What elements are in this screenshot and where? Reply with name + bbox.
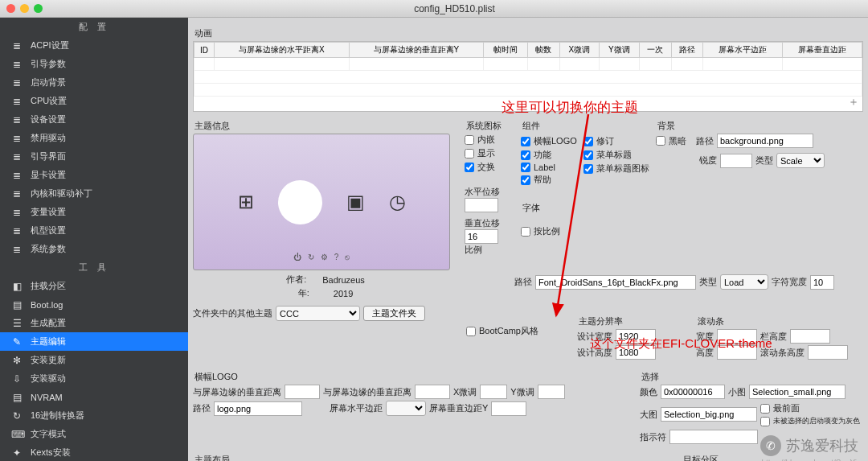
select-color-input[interactable] <box>661 385 725 399</box>
svg-line-0 <box>556 114 588 315</box>
swap-checkbox[interactable] <box>465 163 474 172</box>
col-header[interactable]: 路径 <box>671 43 703 58</box>
sidebar-item-label: 系统参数 <box>31 243 66 255</box>
banner-path-input[interactable] <box>214 401 302 416</box>
gray-checkbox[interactable] <box>760 417 770 426</box>
sidebar-item-8[interactable]: ⌨文字模式 <box>0 425 188 443</box>
banner-hmargin-select[interactable] <box>386 401 426 416</box>
scroll-bar-input[interactable] <box>790 329 830 344</box>
sidebar-icon: ≣ <box>11 59 23 70</box>
sidebar-item-7[interactable]: ≣显卡设置 <box>0 166 188 184</box>
sidebar-item-6[interactable]: ▤NVRAM <box>0 388 188 406</box>
sidebar-icon: ≣ <box>11 188 23 200</box>
col-header[interactable]: X微调 <box>559 43 600 58</box>
sidebar-icon: ▤ <box>11 299 23 311</box>
help-checkbox[interactable] <box>521 175 530 185</box>
sidebar-item-7[interactable]: ↻16进制转换器 <box>0 406 188 425</box>
theme-folder-button[interactable]: 主题文件夹 <box>363 306 425 321</box>
sidebar-item-6[interactable]: ≣引导界面 <box>0 147 188 166</box>
sidebar-item-label: 生成配置 <box>31 317 66 329</box>
sidebar-item-4[interactable]: ≣设备设置 <box>0 110 188 129</box>
sidebar-icon: ⌨ <box>11 429 23 440</box>
sidebar-item-label: 禁用驱动 <box>31 132 66 144</box>
sidebar-icon: ≣ <box>11 77 23 88</box>
sidebar-icon: ≣ <box>11 133 23 144</box>
sidebar-icon: ◧ <box>11 281 23 292</box>
indicator-input[interactable] <box>669 430 758 444</box>
banner-vmarginY-input[interactable] <box>491 401 526 416</box>
year-label: 年: <box>298 287 309 299</box>
hshift-input[interactable] <box>465 198 498 212</box>
prop-checkbox[interactable] <box>521 227 530 237</box>
layout-title: 主题布局 <box>194 454 675 461</box>
bg-path-input[interactable] <box>717 134 813 148</box>
table-row <box>194 58 862 71</box>
sidebar-item-10[interactable]: ≣机型设置 <box>0 221 188 240</box>
sidebar-icon: ✻ <box>11 355 23 366</box>
select-big-input[interactable] <box>661 407 757 422</box>
col-header[interactable]: 屏幕垂直边距 <box>783 43 862 58</box>
banner-vdist1-input[interactable] <box>285 385 320 399</box>
col-header[interactable]: 与屏幕边缘的水平距离X <box>215 43 350 58</box>
sidebar-item-11[interactable]: ≣系统参数 <box>0 240 188 258</box>
sidebar-item-1[interactable]: ▤Boot.log <box>0 295 188 314</box>
close-icon[interactable] <box>6 4 15 13</box>
sidebar-icon: ≣ <box>11 244 23 255</box>
sidebar-item-label: 安装更新 <box>31 354 66 366</box>
theme-preview: ⊞ ▣ ◷ ⏻↻⚙?⎋ <box>193 134 450 270</box>
sidebar-icon: ≣ <box>11 151 23 163</box>
sidebar-icon: ≣ <box>11 40 23 51</box>
sysicon-title: 系统图标 <box>466 120 514 132</box>
font-width-input[interactable] <box>810 275 834 290</box>
banner-xadj-input[interactable] <box>480 385 507 399</box>
func-checkbox[interactable] <box>521 150 530 160</box>
bg-type-select[interactable]: Scale <box>776 153 825 168</box>
select-title: 选择 <box>641 371 863 383</box>
sidebar-item-3[interactable]: ✎主题编辑 <box>0 332 188 351</box>
col-header[interactable]: 与屏幕边缘的垂直距离Y <box>349 43 484 58</box>
label-checkbox[interactable] <box>521 163 530 172</box>
sidebar-item-label: 16进制转换器 <box>31 410 84 422</box>
sidebar-item-label: 挂载分区 <box>31 280 66 292</box>
sidebar-item-5[interactable]: ≣禁用驱动 <box>0 129 188 147</box>
vshift-input[interactable] <box>465 229 498 244</box>
col-header[interactable]: 一次 <box>639 43 671 58</box>
col-header[interactable]: 帧数 <box>527 43 559 58</box>
minimize-icon[interactable] <box>20 4 29 13</box>
bootcamp-checkbox[interactable] <box>466 327 476 336</box>
col-header[interactable]: ID <box>194 43 215 58</box>
sidebar-item-0[interactable]: ◧挂载分区 <box>0 277 188 295</box>
maximize-icon[interactable] <box>34 4 43 13</box>
sidebar-item-3[interactable]: ≣CPU设置 <box>0 92 188 110</box>
embed-checkbox[interactable] <box>465 135 474 145</box>
font-type-select[interactable]: Load <box>720 274 768 290</box>
sidebar-item-2[interactable]: ≣启动背景 <box>0 73 188 92</box>
front-checkbox[interactable] <box>760 404 770 414</box>
window-title: config_HD510.plist <box>47 3 862 14</box>
col-header[interactable]: Y微调 <box>600 43 640 58</box>
sharp-input[interactable] <box>720 154 752 168</box>
banner-checkbox[interactable] <box>521 137 530 146</box>
select-small-input[interactable] <box>749 385 845 399</box>
dark-checkbox[interactable] <box>656 136 665 146</box>
sidebar-item-4[interactable]: ✻安装更新 <box>0 351 188 369</box>
sidebar-item-2[interactable]: ☰生成配置 <box>0 314 188 332</box>
add-row-icon[interactable]: ＋ <box>848 95 859 109</box>
sidebar-icon: ≣ <box>11 207 23 218</box>
other-theme-label: 文件夹中的其他主题 <box>193 307 272 319</box>
sidebar-item-9[interactable]: ≣变量设置 <box>0 203 188 221</box>
scroll-sh-input[interactable] <box>808 345 848 360</box>
sidebar-item-9[interactable]: ✦Kexts安装 <box>0 443 188 461</box>
sidebar-icon: ✎ <box>11 336 23 348</box>
col-header[interactable]: 屏幕水平边距 <box>703 43 783 58</box>
col-header[interactable]: 帧时间 <box>484 43 528 58</box>
sidebar-item-1[interactable]: ≣引导参数 <box>0 55 188 73</box>
sidebar-item-8[interactable]: ≣内核和驱动补丁 <box>0 184 188 203</box>
sidebar-item-label: 显卡设置 <box>31 169 66 181</box>
sidebar-item-0[interactable]: ≣ACPI设置 <box>0 36 188 55</box>
banner-yadj-input[interactable] <box>538 385 565 399</box>
show-checkbox[interactable] <box>465 149 474 158</box>
other-theme-select[interactable]: CCC <box>276 306 360 321</box>
sidebar-item-5[interactable]: ⇩安装驱动 <box>0 369 188 388</box>
banner-vdist2-input[interactable] <box>415 385 450 399</box>
